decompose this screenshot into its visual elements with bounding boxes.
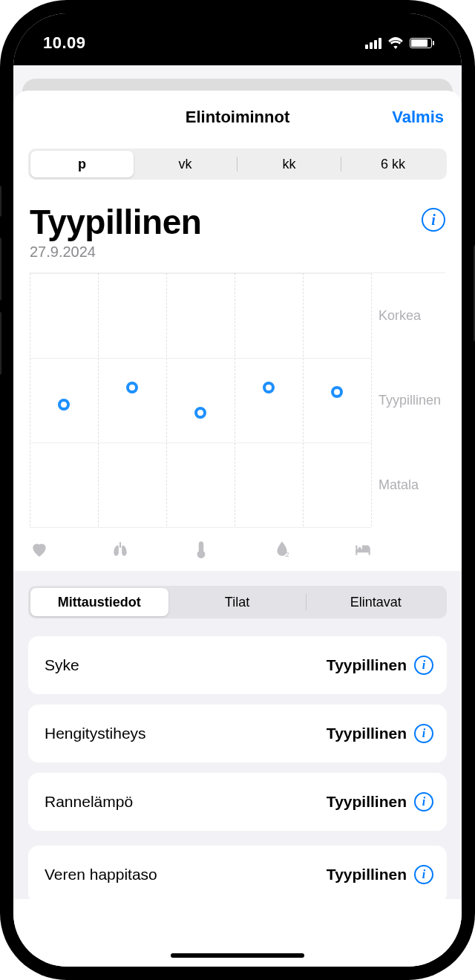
list-item[interactable]: Veren happitaso Tyypillinen i bbox=[28, 846, 447, 904]
info-icon[interactable]: i bbox=[414, 792, 433, 811]
bed-icon bbox=[353, 540, 373, 559]
seg-states[interactable]: Tilat bbox=[168, 588, 307, 616]
lower-section: Mittaustiedot Tilat Elintavat Syke Tyypi… bbox=[13, 571, 462, 899]
headline: Tyypillinen 27.9.2024 i bbox=[13, 180, 462, 267]
x-axis-icons: 2 bbox=[13, 535, 462, 562]
nav-title: Elintoiminnot bbox=[186, 108, 290, 127]
done-button[interactable]: Valmis bbox=[392, 108, 444, 127]
row-value: Tyypillinen bbox=[327, 866, 407, 883]
chart-point bbox=[331, 386, 343, 398]
status-indicators bbox=[365, 37, 432, 49]
screen: 10.09 Elintoiminnot Valmis p vk kk 6 kk bbox=[13, 13, 462, 967]
row-value: Tyypillinen bbox=[327, 793, 407, 811]
row-value: Tyypillinen bbox=[327, 725, 407, 742]
page-date: 27.9.2024 bbox=[30, 244, 445, 261]
row-value: Tyypillinen bbox=[327, 656, 407, 674]
time-range-segmented[interactable]: p vk kk 6 kk bbox=[28, 148, 447, 180]
modal-sheet: Elintoiminnot Valmis p vk kk 6 kk Tyypil… bbox=[13, 91, 462, 967]
status-time: 10.09 bbox=[43, 33, 86, 53]
side-button bbox=[0, 312, 1, 375]
side-button bbox=[0, 186, 1, 217]
nav-bar: Elintoiminnot Valmis bbox=[13, 91, 462, 144]
row-label: Hengitystiheys bbox=[45, 725, 146, 742]
info-icon[interactable]: i bbox=[414, 865, 433, 884]
chart-point bbox=[126, 382, 138, 393]
seg-week[interactable]: vk bbox=[134, 151, 237, 177]
row-label: Rannelämpö bbox=[45, 793, 133, 811]
list-item[interactable]: Rannelämpö Tyypillinen i bbox=[28, 773, 447, 831]
wifi-icon bbox=[387, 37, 404, 49]
y-axis-labels: Korkea Tyypillinen Matala bbox=[374, 273, 445, 532]
list-item[interactable]: Hengitystiheys Tyypillinen i bbox=[28, 705, 447, 762]
chart: Korkea Tyypillinen Matala bbox=[13, 267, 462, 535]
ylabel-high: Korkea bbox=[379, 308, 421, 324]
heart-icon bbox=[30, 540, 49, 559]
dynamic-island bbox=[174, 22, 301, 50]
info-icon[interactable]: i bbox=[414, 724, 433, 743]
vitals-list: Syke Tyypillinen i Hengitystiheys Tyypil… bbox=[28, 636, 447, 899]
cellular-icon bbox=[365, 38, 381, 49]
row-label: Veren happitaso bbox=[45, 866, 157, 883]
seg-measurements[interactable]: Mittaustiedot bbox=[30, 588, 168, 616]
chart-point bbox=[194, 407, 206, 419]
oxygen-icon: 2 bbox=[272, 540, 292, 559]
seg-month[interactable]: kk bbox=[238, 151, 341, 177]
data-type-segmented[interactable]: Mittaustiedot Tilat Elintavat bbox=[28, 586, 447, 618]
seg-6month[interactable]: 6 kk bbox=[341, 151, 445, 177]
info-icon[interactable]: i bbox=[422, 208, 445, 232]
row-label: Syke bbox=[45, 656, 79, 674]
seg-day[interactable]: p bbox=[30, 151, 134, 177]
ylabel-low: Matala bbox=[379, 477, 419, 493]
page-title: Tyypillinen bbox=[30, 202, 445, 242]
lungs-icon bbox=[111, 540, 130, 559]
battery-icon bbox=[410, 38, 432, 48]
device-frame: 10.09 Elintoiminnot Valmis p vk kk 6 kk bbox=[0, 0, 475, 980]
chart-point bbox=[58, 399, 70, 411]
ylabel-typical: Tyypillinen bbox=[379, 393, 441, 408]
svg-text:2: 2 bbox=[285, 550, 289, 558]
chart-area: Korkea Tyypillinen Matala bbox=[30, 272, 445, 532]
chart-point bbox=[263, 382, 275, 393]
chart-grid bbox=[30, 273, 371, 532]
info-icon[interactable]: i bbox=[414, 656, 433, 675]
side-button bbox=[0, 238, 1, 301]
list-item[interactable]: Syke Tyypillinen i bbox=[28, 636, 447, 694]
seg-lifestyle[interactable]: Elintavat bbox=[307, 588, 445, 616]
thermometer-icon bbox=[191, 540, 211, 559]
home-indicator[interactable] bbox=[171, 953, 304, 958]
